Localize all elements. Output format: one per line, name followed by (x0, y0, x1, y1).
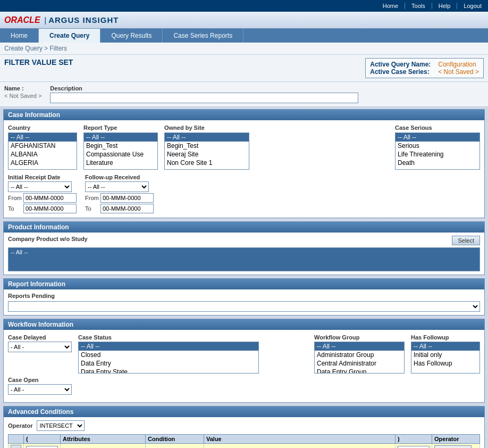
nav-tools[interactable]: Tools (405, 3, 432, 9)
case-open-col: Case Open - All - (8, 377, 72, 395)
owned-by-site-item-begin[interactable]: Begin_Test (165, 142, 249, 150)
report-type-item-begin[interactable]: Begin_Test (84, 142, 157, 150)
case-status-item-data-entry[interactable]: Data Entry (79, 359, 258, 368)
followup-from-input[interactable] (100, 193, 154, 203)
product-select-button[interactable]: Select (452, 236, 480, 245)
ac-row-1-icon: ▶ (9, 444, 24, 449)
initial-receipt-date-dropdown[interactable]: -- All -- (8, 181, 72, 192)
tab-home[interactable]: Home (0, 29, 39, 43)
case-status-item-all[interactable]: -- All -- (79, 342, 258, 351)
workflow-information-section: Workflow Information Case Delayed - All … (3, 319, 485, 403)
tab-query-results[interactable]: Query Results (100, 29, 163, 43)
product-information-section: Product Information Company Product w/o … (3, 221, 485, 275)
ac-row-1-condition (146, 444, 204, 449)
case-open-dropdown[interactable]: - All - (8, 384, 72, 395)
date-section: Initial Receipt Date -- All -- From To F… (8, 174, 480, 213)
description-input[interactable] (50, 93, 358, 103)
workflow-group-label: Workflow Group (314, 334, 405, 341)
case-serious-item-life[interactable]: Life Threatening (396, 150, 479, 159)
main-content: Case Information Country -- All -- AFGHA… (0, 107, 488, 448)
ac-row-1-value: (Advanced Condition) (204, 444, 396, 449)
nav-logout[interactable]: Logout (457, 3, 488, 9)
owned-by-site-label: Owned by Site (164, 125, 249, 131)
logo-oracle: ORACLE (4, 15, 40, 25)
has-followup-listbox[interactable]: -- All -- Initial only Has Followup (411, 342, 480, 374)
workflow-group-item-admin[interactable]: Administrator Group (315, 351, 404, 359)
report-type-listbox[interactable]: -- All -- Begin_Test Compassionate Use L… (83, 132, 158, 170)
workflow-group-item-central[interactable]: Central Administrator (315, 359, 404, 368)
name-field-group: Name : < Not Saved > (4, 85, 41, 99)
reports-pending-dropdown[interactable] (8, 301, 480, 312)
ac-row-1-paren-open-input[interactable] (26, 446, 58, 448)
ac-col-condition: Condition (146, 435, 204, 444)
ac-row-1-paren-close-input[interactable] (398, 446, 430, 448)
breadcrumb-create-query[interactable]: Create Query (4, 45, 43, 52)
case-serious-listbox[interactable]: -- All -- Serious Life Threatening Death (395, 132, 480, 170)
country-item-algeria[interactable]: ALGERIA (9, 159, 77, 167)
report-type-filter: Report Type -- All -- Begin_Test Compass… (83, 125, 158, 170)
country-item-all[interactable]: -- All -- (9, 133, 77, 142)
workflow-group-item-all[interactable]: -- All -- (315, 342, 404, 351)
initial-receipt-to-input[interactable] (23, 204, 77, 213)
report-information-header: Report Information (4, 279, 484, 289)
owned-by-site-item-all[interactable]: -- All -- (165, 133, 249, 142)
advanced-conditions-table: ( Attributes Condition Value ) Operator … (8, 434, 480, 448)
case-information-content: Country -- All -- AFGHANISTAN ALBANIA AL… (4, 120, 484, 218)
country-label: Country (8, 125, 77, 131)
has-followup-item-all[interactable]: -- All -- (411, 342, 479, 351)
case-delayed-col: Case Delayed - All - (8, 334, 72, 352)
report-type-label: Report Type (83, 125, 158, 131)
owned-by-site-filter: Owned by Site -- All -- Begin_Test Neera… (164, 125, 249, 170)
report-type-item-all[interactable]: -- All -- (84, 133, 157, 142)
ac-row-1-attribute: AC3 (61, 444, 146, 449)
owned-by-site-item-neeraj[interactable]: Neeraj Site (165, 150, 249, 159)
country-item-albania[interactable]: ALBANIA (9, 150, 77, 159)
desc-label: Description (50, 85, 358, 92)
report-type-item-literature[interactable]: Literature (84, 159, 157, 167)
case-serious-item-death[interactable]: Death (396, 159, 479, 167)
breadcrumb-filters: Filters (49, 45, 67, 52)
workflow-group-listbox[interactable]: -- All -- Administrator Group Central Ad… (314, 342, 405, 374)
initial-receipt-to-label: To (8, 205, 21, 212)
owned-by-site-listbox[interactable]: -- All -- Begin_Test Neeraj Site Non Cor… (164, 132, 249, 170)
operator-label: Operator (8, 422, 32, 429)
product-information-header: Product Information (4, 222, 484, 233)
operator-dropdown[interactable]: INTERSECT UNION MINUS (37, 420, 85, 431)
country-listbox[interactable]: -- All -- AFGHANISTAN ALBANIA ALGERIA (8, 132, 77, 170)
case-delayed-dropdown[interactable]: - All - (8, 342, 72, 352)
country-item-afghanistan[interactable]: AFGHANISTAN (9, 142, 77, 150)
ac-row-1-paren-close (396, 444, 432, 449)
product-listbox-item-all[interactable]: -- All -- (9, 248, 479, 256)
case-information-header: Case Information (4, 110, 484, 120)
followup-received-dropdown[interactable]: -- All -- (85, 181, 149, 192)
tab-create-query[interactable]: Create Query (39, 29, 100, 43)
case-status-item-data-entry-state[interactable]: Data Entry State (79, 368, 258, 374)
initial-receipt-from-input[interactable] (23, 193, 77, 203)
followup-received-label: Follow-up Received (85, 174, 154, 180)
workflow-information-header: Workflow Information (4, 319, 484, 330)
case-serious-item-serious[interactable]: Serious (396, 142, 479, 150)
nav-home[interactable]: Home (376, 3, 405, 9)
workflow-row-2: Case Open - All - (8, 377, 480, 395)
operator-row: Operator INTERSECT UNION MINUS (8, 420, 480, 431)
case-status-item-closed[interactable]: Closed (79, 351, 258, 359)
ac-row-1-action-icon[interactable]: ▶ (11, 445, 21, 448)
product-listbox[interactable]: -- All -- (8, 247, 480, 271)
nav-help[interactable]: Help (432, 3, 458, 9)
owned-by-site-item-noncore[interactable]: Non Core Site 1 (165, 159, 249, 167)
tab-case-series-reports[interactable]: Case Series Reports (163, 29, 243, 43)
case-status-label: Case Status (78, 334, 259, 341)
active-case-series-label: Active Case Series: (370, 68, 434, 76)
has-followup-item-initial[interactable]: Initial only (411, 351, 479, 359)
country-filter: Country -- All -- AFGHANISTAN ALBANIA AL… (8, 125, 77, 170)
workflow-group-item-data-entry[interactable]: Data Entry Group (315, 368, 404, 374)
case-serious-item-all[interactable]: -- All -- (396, 133, 479, 142)
case-status-listbox[interactable]: -- All -- Closed Data Entry Data Entry S… (78, 342, 259, 374)
report-type-item-compassionate[interactable]: Compassionate Use (84, 150, 157, 159)
ac-row-1-operator-dropdown[interactable]: UNION INTERSECT MINUS (434, 445, 472, 448)
followup-to-input[interactable] (100, 204, 154, 213)
ac-col-value: Value (204, 435, 396, 444)
has-followup-item-has[interactable]: Has Followup (411, 359, 479, 368)
followup-from-label: From (85, 195, 98, 201)
ac-col-paren-close: ) (396, 435, 432, 444)
